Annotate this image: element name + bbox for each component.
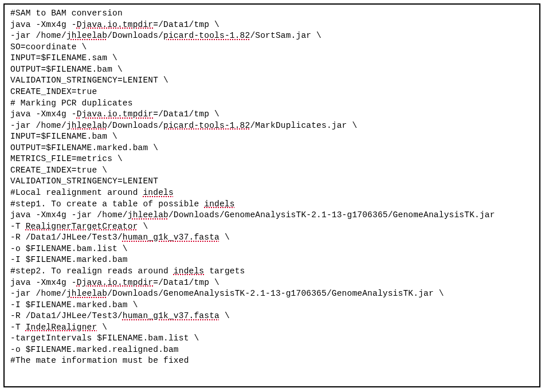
- code-text: -jar /home/: [10, 31, 66, 40]
- code-text: #The mate information must be fixed: [10, 356, 189, 365]
- code-text: -targetIntervals $FILENAME.bam.list \: [10, 334, 199, 343]
- code-line[interactable]: -I $FILENAME.marked.bam \: [10, 300, 534, 311]
- code-line[interactable]: java -Xmx4g -Djava.io.tmpdir=/Data1/tmp …: [10, 109, 534, 120]
- code-text: OUTPUT=$FILENAME.marked.bam \: [10, 143, 158, 152]
- spellcheck-underline: jhleelab: [66, 31, 107, 40]
- spellcheck-underline: RealignerTargetCreator: [26, 222, 138, 231]
- code-line[interactable]: -o $FILENAME.marked.realigned.bam: [10, 344, 534, 356]
- code-text: =/Data1/tmp \: [153, 109, 219, 119]
- code-text: /Downloads/: [107, 121, 163, 130]
- code-line[interactable]: # Marking PCR duplicates: [10, 98, 534, 109]
- code-line[interactable]: OUTPUT=$FILENAME.marked.bam \: [10, 143, 534, 154]
- code-line[interactable]: SO=coordinate \: [10, 42, 534, 53]
- code-line[interactable]: -R /Data1/JHLee/Test3/human_g1k_v37.fast…: [10, 232, 534, 244]
- code-text: SO=coordinate \: [10, 42, 87, 52]
- code-line[interactable]: java -Xmx4g -Djava.io.tmpdir=/Data1/tmp …: [10, 19, 534, 31]
- code-line[interactable]: CREATE_INDEX=true: [10, 87, 534, 98]
- code-line[interactable]: #step1. To create a table of possible in…: [10, 199, 534, 210]
- code-text: -I $FILENAME.marked.bam \: [10, 300, 138, 309]
- code-line[interactable]: -targetIntervals $FILENAME.bam.list \: [10, 333, 534, 344]
- code-text: java -Xmx4g -: [10, 109, 77, 119]
- code-text: \: [219, 311, 230, 320]
- code-line[interactable]: INPUT=$FILENAME.sam \: [10, 53, 534, 64]
- spellcheck-underline: human_g1k_v37.fasta: [123, 311, 219, 320]
- code-text: =/Data1/tmp \: [153, 278, 219, 287]
- spellcheck-underline: indels: [204, 199, 234, 209]
- code-text: # Marking PCR duplicates: [10, 99, 133, 108]
- code-text: -T: [10, 323, 26, 332]
- code-text: /Downloads/: [107, 31, 163, 40]
- code-text: #Local realignment around: [10, 188, 143, 197]
- code-line[interactable]: VALIDATION_STRINGENCY=LENIENT: [10, 176, 534, 187]
- code-line[interactable]: java -Xmx4g -Djava.io.tmpdir=/Data1/tmp …: [10, 277, 534, 289]
- code-text: /Downloads/GenomeAnalysisTK-2.1-13-g1706…: [168, 210, 495, 219]
- code-text: \: [138, 222, 148, 231]
- spellcheck-underline: jhleelab: [66, 289, 107, 298]
- spellcheck-underline: picard-tools-1.82: [163, 121, 250, 130]
- code-line[interactable]: #Local realignment around indels: [10, 187, 534, 199]
- code-text: -jar /home/: [10, 121, 66, 130]
- code-line[interactable]: CREATE_INDEX=true \: [10, 165, 534, 177]
- code-line[interactable]: -I $FILENAME.marked.bam: [10, 254, 534, 266]
- code-text: INPUT=$FILENAME.bam \: [10, 132, 117, 141]
- code-text: #SAM to BAM conversion: [10, 9, 123, 18]
- spellcheck-underline: IndelRealigner: [26, 323, 97, 332]
- code-text: \: [97, 323, 107, 332]
- spellcheck-underline: Djava.io.tmpdir: [77, 278, 154, 287]
- code-line[interactable]: -T RealignerTargetCreator \: [10, 221, 534, 233]
- code-text: /MarkDuplicates.jar \: [250, 121, 357, 130]
- code-text: /Downloads/GenomeAnalysisTK-2.1-13-g1706…: [107, 289, 444, 298]
- spellcheck-underline: indels: [143, 188, 173, 197]
- code-text: INPUT=$FILENAME.sam \: [10, 53, 117, 62]
- code-text: -T: [10, 222, 26, 231]
- code-text: java -Xmx4g -: [10, 278, 77, 287]
- code-text: =/Data1/tmp \: [153, 20, 219, 29]
- code-line[interactable]: #The mate information must be fixed: [10, 355, 534, 367]
- code-line[interactable]: #step2. To realign reads around indels t…: [10, 266, 534, 277]
- code-text: \: [219, 233, 230, 242]
- spellcheck-underline: jhleelab: [66, 121, 107, 130]
- code-text: OUTPUT=$FILENAME.bam \: [10, 65, 123, 74]
- code-line[interactable]: VALIDATION_STRINGENCY=LENIENT \: [10, 75, 534, 87]
- code-text: java -Xmx4g -jar /home/: [10, 210, 128, 219]
- code-text: -R /Data1/JHLee/Test3/: [10, 233, 123, 242]
- code-line[interactable]: -T IndelRealigner \: [10, 322, 534, 334]
- code-text: -o $FILENAME.marked.realigned.bam: [10, 345, 179, 354]
- code-text: METRICS_FILE=metrics \: [10, 154, 123, 163]
- spellcheck-underline: human_g1k_v37.fasta: [123, 233, 219, 242]
- code-text: CREATE_INDEX=true \: [10, 166, 107, 175]
- code-text: targets: [204, 266, 245, 276]
- code-line[interactable]: METRICS_FILE=metrics \: [10, 154, 534, 165]
- spellcheck-underline: Djava.io.tmpdir: [77, 20, 154, 29]
- code-text: VALIDATION_STRINGENCY=LENIENT \: [10, 76, 168, 85]
- code-line[interactable]: #SAM to BAM conversion: [10, 8, 534, 19]
- code-line[interactable]: OUTPUT=$FILENAME.bam \: [10, 64, 534, 76]
- code-text: -I $FILENAME.marked.bam: [10, 255, 128, 264]
- spellcheck-underline: Djava.io.tmpdir: [77, 109, 154, 119]
- code-text: -o $FILENAME.bam.list \: [10, 244, 128, 253]
- spellcheck-underline: picard-tools-1.82: [163, 31, 250, 40]
- code-line[interactable]: java -Xmx4g -jar /home/jhleelab/Download…: [10, 210, 534, 221]
- code-text: VALIDATION_STRINGENCY=LENIENT: [10, 177, 158, 186]
- code-text: #step2. To realign reads around: [10, 266, 174, 276]
- code-line[interactable]: -R /Data1/JHLee/Test3/human_g1k_v37.fast…: [10, 311, 534, 322]
- spellcheck-underline: indels: [174, 266, 204, 276]
- spellcheck-underline: jhleelab: [128, 210, 168, 219]
- code-text: CREATE_INDEX=true: [10, 87, 97, 96]
- code-line[interactable]: -jar /home/jhleelab/Downloads/picard-too…: [10, 120, 534, 132]
- code-text: -jar /home/: [10, 289, 66, 298]
- code-line[interactable]: -jar /home/jhleelab/Downloads/GenomeAnal…: [10, 288, 534, 300]
- code-text: -R /Data1/JHLee/Test3/: [10, 311, 123, 320]
- code-line[interactable]: -jar /home/jhleelab/Downloads/picard-too…: [10, 30, 534, 42]
- code-line[interactable]: INPUT=$FILENAME.bam \: [10, 131, 534, 143]
- code-editor-viewport[interactable]: #SAM to BAM conversionjava -Xmx4g -Djava…: [3, 3, 540, 387]
- code-text: #step1. To create a table of possible: [10, 199, 204, 209]
- code-line[interactable]: -o $FILENAME.bam.list \: [10, 244, 534, 255]
- code-text: java -Xmx4g -: [10, 20, 77, 29]
- code-text: /SortSam.jar \: [250, 31, 321, 40]
